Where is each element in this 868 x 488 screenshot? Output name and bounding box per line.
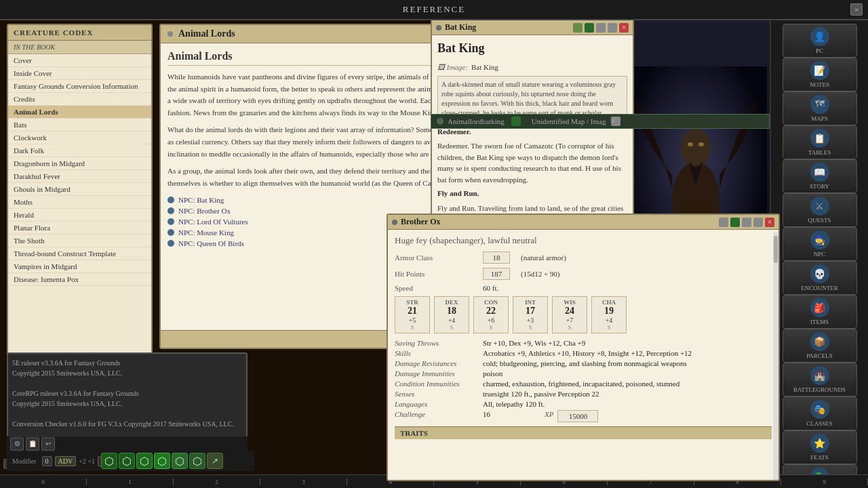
- sidebar-section-title: IN THE BOOK: [8, 41, 151, 54]
- ability-s[interactable]: S: [568, 324, 571, 331]
- npc-dot: [167, 229, 174, 236]
- ability-s[interactable]: S: [489, 324, 492, 331]
- right-btn-pc[interactable]: 👤PC: [783, 24, 857, 58]
- ability-s[interactable]: S: [607, 324, 610, 331]
- right-btn-notes[interactable]: 📝NOTES: [783, 58, 857, 92]
- armor-class-label: Armor Class: [395, 253, 476, 262]
- right-btn-encounter[interactable]: 💀ENCOUNTER: [783, 261, 857, 295]
- right-btn-quests[interactable]: ⚔QUESTS: [783, 193, 857, 227]
- bat-king-redeemer-text: Redeemer. The sworn foe of Camazotc (To …: [437, 140, 627, 185]
- ability-mod: +3: [527, 317, 534, 324]
- dice-5[interactable]: ⬡: [172, 453, 188, 469]
- dice-6[interactable]: ⬡: [189, 453, 205, 469]
- ability-score[interactable]: 19: [604, 306, 614, 317]
- info-line4: Copyright 2015 Smiteworks USA, LLC.: [12, 399, 242, 409]
- sidebar-item[interactable]: Thread-bound Construct Template: [8, 247, 151, 260]
- bat-king-image-value: Bat King: [471, 62, 498, 73]
- bat-king-close[interactable]: ×: [619, 23, 629, 33]
- ox-scrollbar-thumb[interactable]: [774, 236, 778, 263]
- ox-btn2[interactable]: [730, 218, 740, 227]
- right-btn-items[interactable]: 🎒ITEMS: [783, 295, 857, 329]
- sidebar-item[interactable]: Disease: Iumenta Pox: [8, 273, 151, 286]
- encounter-icon: 💀: [810, 264, 829, 283]
- adv-btn[interactable]: ADV: [55, 456, 77, 466]
- dice-arrow[interactable]: ↗: [207, 453, 223, 469]
- info-line2: Copyright 2015 Smiteworks USA, LLC.: [12, 368, 242, 378]
- sidebar-item[interactable]: Herald: [8, 209, 151, 222]
- condition-immunities-row: Condition Immunities charmed, exhaustion…: [395, 380, 772, 388]
- dice-3[interactable]: ⬡: [136, 453, 153, 469]
- sidebar-item[interactable]: Dragonborn in Midgard: [8, 157, 151, 170]
- bar-btn-close[interactable]: ×: [611, 117, 620, 126]
- right-btn-feats[interactable]: ⭐FEATS: [783, 430, 857, 464]
- ability-name: INT: [525, 299, 536, 306]
- bat-king-btn1[interactable]: [573, 23, 583, 33]
- right-btn-label: ITEMS: [810, 319, 829, 325]
- bat-king-title-bar: Bat King: [445, 22, 570, 33]
- brother-ox-window: Brother Ox × Huge fey (shapechanger), la…: [387, 214, 780, 481]
- right-buttons-container: 👤PC📝NOTES🗺MAPS📋TABLES📖STORY⚔QUESTS🧙NPC💀E…: [783, 24, 857, 488]
- ability-s[interactable]: S: [450, 324, 453, 331]
- sidebar-item[interactable]: The Shoth: [8, 235, 151, 247]
- npc-icon: 🧙: [810, 230, 829, 249]
- senses-row: Senses truesight 120 ft., passive Percep…: [395, 390, 772, 398]
- saving-throws-value: Str +10, Dex +9, Wis +12, Cha +9: [483, 339, 585, 347]
- senses-value: truesight 120 ft., passive Perception 22: [483, 390, 599, 398]
- dice-4[interactable]: ⬡: [154, 453, 170, 469]
- sidebar-item[interactable]: Credits: [8, 93, 151, 106]
- sidebar-item[interactable]: Bats: [8, 119, 151, 131]
- svg-point-3: [688, 142, 693, 146]
- ox-btn4[interactable]: [753, 218, 763, 227]
- sidebar-item[interactable]: Animal Lords: [8, 106, 151, 119]
- sidebar-item[interactable]: Inside Cover: [8, 67, 151, 80]
- right-btn-parcels[interactable]: 📦PARCELS: [783, 329, 857, 363]
- content-title: Animal Lords: [178, 28, 235, 39]
- sidebar-item[interactable]: Dark Folk: [8, 144, 151, 157]
- sidebar-item[interactable]: Moths: [8, 196, 151, 209]
- right-btn-tables[interactable]: 📋TABLES: [783, 125, 857, 159]
- damage-resistances-label: Damage Resistances: [395, 359, 483, 367]
- sidebar-item[interactable]: Ghouls in Midgard: [8, 183, 151, 196]
- ctrl-btn3[interactable]: ↩: [41, 437, 55, 451]
- right-btn-npc[interactable]: 🧙NPC: [783, 227, 857, 261]
- bat-king-btn3[interactable]: [596, 23, 606, 33]
- npc-dot: [167, 218, 174, 225]
- sidebar-item[interactable]: Clockwork: [8, 131, 151, 144]
- right-btn-maps[interactable]: 🗺MAPS: [783, 92, 857, 125]
- close-button[interactable]: ×: [850, 3, 863, 16]
- dice-1[interactable]: ⬡: [101, 453, 117, 469]
- ctrl-btn1[interactable]: ⚙: [10, 437, 24, 451]
- quests-icon: ⚔: [810, 197, 829, 216]
- ability-score[interactable]: 21: [408, 306, 417, 317]
- sidebar-item[interactable]: Darakhul Fever: [8, 170, 151, 183]
- ability-score[interactable]: 22: [486, 306, 496, 317]
- ability-mod: +4: [606, 317, 613, 324]
- ox-btn1[interactable]: [719, 218, 728, 227]
- ability-score[interactable]: 24: [565, 306, 574, 317]
- sidebar-item[interactable]: Fantasy Grounds Conversion Information: [8, 80, 151, 93]
- ox-close[interactable]: ×: [765, 218, 774, 227]
- right-btn-classes[interactable]: 🎭CLASSES: [783, 396, 857, 430]
- ctrl-btn2[interactable]: 📋: [26, 437, 39, 451]
- right-btn-story[interactable]: 📖STORY: [783, 159, 857, 193]
- adv-num: +2 +1: [79, 458, 95, 465]
- ox-title-bar: Brother Ox: [401, 217, 715, 227]
- ox-btn3[interactable]: [742, 218, 751, 227]
- bat-king-btn2[interactable]: [585, 23, 594, 33]
- bat-king-fly: Fly and Run. Fly and Run. Traveling from…: [437, 188, 627, 215]
- sidebar-item[interactable]: Vampires in Midgard: [8, 260, 151, 273]
- ox-scrollbar[interactable]: [773, 232, 778, 480]
- dice-2[interactable]: ⬡: [119, 453, 135, 469]
- ability-s[interactable]: S: [528, 324, 532, 331]
- bat-king-btn4[interactable]: [608, 23, 617, 33]
- sidebar-item[interactable]: Planar Flora: [8, 222, 151, 235]
- ability-score[interactable]: 18: [447, 306, 456, 317]
- right-btn-battlegrounds[interactable]: 🏰BATTLEGROUNDS: [783, 363, 857, 396]
- sidebar-item[interactable]: Cover: [8, 54, 151, 67]
- ability-s[interactable]: S: [410, 324, 414, 331]
- npc-label: NPC: Queen Of Birds: [178, 239, 244, 247]
- header-dot: [167, 31, 173, 37]
- ability-score[interactable]: 17: [526, 306, 535, 317]
- bar-btn-green[interactable]: [511, 117, 521, 126]
- saving-throws-label: Saving Throws: [395, 339, 483, 347]
